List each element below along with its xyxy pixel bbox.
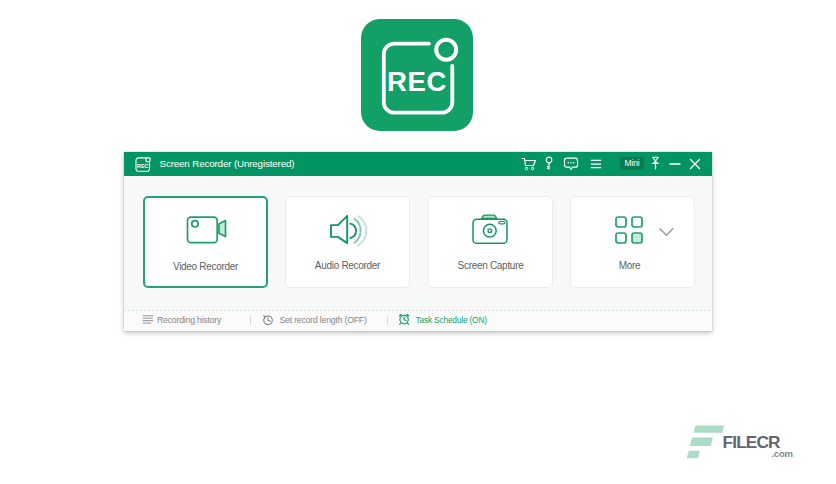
svg-text:.com: .com xyxy=(771,448,792,459)
svg-text:REC: REC xyxy=(137,162,148,168)
svg-text:REC: REC xyxy=(387,66,447,97)
